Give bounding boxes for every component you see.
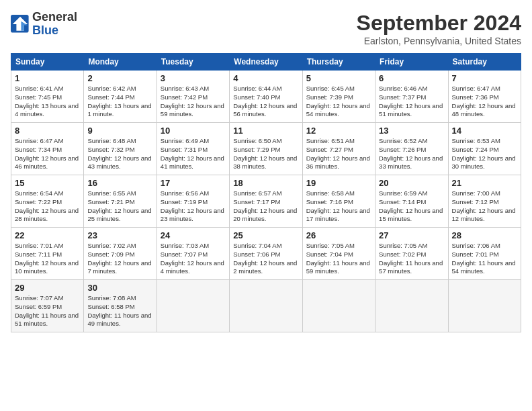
table-row: 17 Sunrise: 6:56 AMSunset: 7:19 PMDaylig… bbox=[157, 175, 229, 228]
table-row: 4 Sunrise: 6:44 AMSunset: 7:40 PMDayligh… bbox=[230, 71, 302, 123]
table-row: 24 Sunrise: 7:03 AMSunset: 7:07 PMDaylig… bbox=[157, 228, 229, 280]
header: General Blue September 2024 Earlston, Pe… bbox=[11, 11, 521, 46]
table-row: 6 Sunrise: 6:46 AMSunset: 7:37 PMDayligh… bbox=[375, 71, 448, 123]
table-row: 10 Sunrise: 6:49 AMSunset: 7:31 PMDaylig… bbox=[157, 123, 229, 175]
table-row: 19 Sunrise: 6:58 AMSunset: 7:16 PMDaylig… bbox=[302, 175, 375, 228]
table-row: 16 Sunrise: 6:55 AMSunset: 7:21 PMDaylig… bbox=[84, 175, 157, 228]
table-row: 14 Sunrise: 6:53 AMSunset: 7:24 PMDaylig… bbox=[448, 123, 521, 175]
week-4: 22 Sunrise: 7:01 AMSunset: 7:11 PMDaylig… bbox=[11, 228, 521, 280]
logo-line1: General bbox=[32, 11, 77, 24]
table-row: 13 Sunrise: 6:52 AMSunset: 7:26 PMDaylig… bbox=[375, 123, 448, 175]
week-3: 15 Sunrise: 6:54 AMSunset: 7:22 PMDaylig… bbox=[11, 175, 521, 228]
table-row: 25 Sunrise: 7:04 AMSunset: 7:06 PMDaylig… bbox=[230, 228, 302, 280]
calendar-header-row: Sunday Monday Tuesday Wednesday Thursday… bbox=[11, 54, 521, 71]
table-row: 26 Sunrise: 7:05 AMSunset: 7:04 PMDaylig… bbox=[302, 228, 375, 280]
table-row: 11 Sunrise: 6:50 AMSunset: 7:29 PMDaylig… bbox=[230, 123, 302, 175]
table-row: 5 Sunrise: 6:45 AMSunset: 7:39 PMDayligh… bbox=[302, 71, 375, 123]
col-friday: Friday bbox=[375, 54, 448, 71]
table-row: 21 Sunrise: 7:00 AMSunset: 7:12 PMDaylig… bbox=[448, 175, 521, 228]
week-5: 29 Sunrise: 7:07 AMSunset: 6:59 PMDaylig… bbox=[11, 280, 521, 332]
empty-cell bbox=[230, 280, 302, 332]
col-monday: Monday bbox=[84, 54, 157, 71]
page: General Blue September 2024 Earlston, Pe… bbox=[0, 0, 532, 411]
calendar-subtitle: Earlston, Pennsylvania, United States bbox=[357, 36, 521, 46]
empty-cell bbox=[157, 280, 229, 332]
week-2: 8 Sunrise: 6:47 AMSunset: 7:34 PMDayligh… bbox=[11, 123, 521, 175]
table-row: 29 Sunrise: 7:07 AMSunset: 6:59 PMDaylig… bbox=[11, 280, 84, 332]
table-row: 9 Sunrise: 6:48 AMSunset: 7:32 PMDayligh… bbox=[84, 123, 157, 175]
table-row: 7 Sunrise: 6:47 AMSunset: 7:36 PMDayligh… bbox=[448, 71, 521, 123]
col-thursday: Thursday bbox=[302, 54, 375, 71]
calendar-table: Sunday Monday Tuesday Wednesday Thursday… bbox=[11, 53, 521, 332]
table-row: 28 Sunrise: 7:06 AMSunset: 7:01 PMDaylig… bbox=[448, 228, 521, 280]
table-row: 23 Sunrise: 7:02 AMSunset: 7:09 PMDaylig… bbox=[84, 228, 157, 280]
table-row: 12 Sunrise: 6:51 AMSunset: 7:27 PMDaylig… bbox=[302, 123, 375, 175]
calendar-title: September 2024 bbox=[357, 11, 521, 36]
table-row: 2 Sunrise: 6:42 AMSunset: 7:44 PMDayligh… bbox=[84, 71, 157, 123]
table-row: 27 Sunrise: 7:05 AMSunset: 7:02 PMDaylig… bbox=[375, 228, 448, 280]
col-sunday: Sunday bbox=[11, 54, 84, 71]
logo-icon bbox=[11, 15, 30, 34]
table-row: 3 Sunrise: 6:43 AMSunset: 7:42 PMDayligh… bbox=[157, 71, 229, 123]
title-block: September 2024 Earlston, Pennsylvania, U… bbox=[357, 11, 521, 46]
table-row: 18 Sunrise: 6:57 AMSunset: 7:17 PMDaylig… bbox=[230, 175, 302, 228]
empty-cell bbox=[375, 280, 448, 332]
table-row: 8 Sunrise: 6:47 AMSunset: 7:34 PMDayligh… bbox=[11, 123, 84, 175]
logo-line2: Blue bbox=[32, 24, 77, 38]
col-saturday: Saturday bbox=[448, 54, 521, 71]
col-tuesday: Tuesday bbox=[157, 54, 229, 71]
table-row: 1 Sunrise: 6:41 AMSunset: 7:45 PMDayligh… bbox=[11, 71, 84, 123]
logo: General Blue bbox=[11, 11, 77, 38]
empty-cell bbox=[302, 280, 375, 332]
table-row: 20 Sunrise: 6:59 AMSunset: 7:14 PMDaylig… bbox=[375, 175, 448, 228]
empty-cell bbox=[448, 280, 521, 332]
table-row: 30 Sunrise: 7:08 AMSunset: 6:58 PMDaylig… bbox=[84, 280, 157, 332]
table-row: 15 Sunrise: 6:54 AMSunset: 7:22 PMDaylig… bbox=[11, 175, 84, 228]
table-row: 22 Sunrise: 7:01 AMSunset: 7:11 PMDaylig… bbox=[11, 228, 84, 280]
col-wednesday: Wednesday bbox=[230, 54, 302, 71]
week-1: 1 Sunrise: 6:41 AMSunset: 7:45 PMDayligh… bbox=[11, 71, 521, 123]
